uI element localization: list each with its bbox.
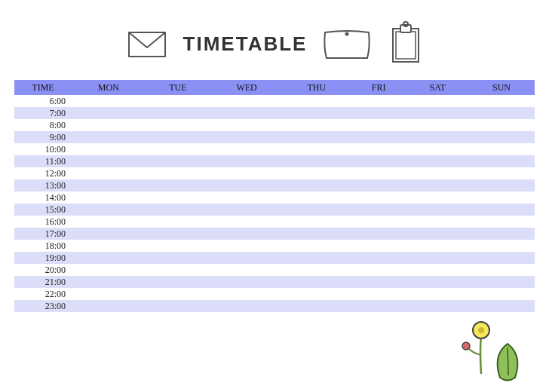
slot-cell: [407, 288, 468, 300]
slot-cell: [407, 131, 468, 143]
slot-cell: [351, 95, 407, 107]
slot-cell: [407, 240, 468, 252]
table-row: 22:00: [14, 288, 535, 300]
slot-cell: [407, 264, 468, 276]
slot-cell: [407, 216, 468, 228]
slot-cell: [351, 240, 407, 252]
slot-cell: [351, 204, 407, 216]
slot-cell: [146, 228, 210, 240]
time-cell: 23:00: [14, 300, 72, 312]
slot-cell: [351, 300, 407, 312]
slot-cell: [468, 155, 535, 167]
slot-cell: [210, 264, 283, 276]
slot-cell: [283, 131, 351, 143]
slot-cell: [283, 179, 351, 191]
slot-cell: [72, 276, 146, 288]
slot-cell: [210, 252, 283, 264]
col-tue: TUE: [146, 80, 210, 95]
table-row: 20:00: [14, 264, 535, 276]
time-cell: 7:00: [14, 107, 72, 119]
slot-cell: [351, 131, 407, 143]
table-row: 15:00: [14, 204, 535, 216]
time-cell: 9:00: [14, 131, 72, 143]
slot-cell: [283, 300, 351, 312]
slot-cell: [351, 167, 407, 179]
slot-cell: [468, 240, 535, 252]
slot-cell: [146, 240, 210, 252]
slot-cell: [468, 179, 535, 191]
slot-cell: [210, 228, 283, 240]
slot-cell: [407, 179, 468, 191]
slot-cell: [407, 300, 468, 312]
slot-cell: [210, 107, 283, 119]
slot-cell: [210, 216, 283, 228]
slot-cell: [283, 276, 351, 288]
table-row: 18:00: [14, 240, 535, 252]
slot-cell: [146, 107, 210, 119]
slot-cell: [468, 216, 535, 228]
slot-cell: [351, 228, 407, 240]
slot-cell: [146, 216, 210, 228]
slot-cell: [407, 155, 468, 167]
slot-cell: [146, 95, 210, 107]
slot-cell: [146, 264, 210, 276]
page-title: TIMETABLE: [183, 32, 308, 56]
time-cell: 18:00: [14, 240, 72, 252]
slot-cell: [407, 107, 468, 119]
table-row: 14:00: [14, 191, 535, 204]
slot-cell: [146, 155, 210, 167]
time-cell: 14:00: [14, 191, 72, 204]
slot-cell: [407, 119, 468, 131]
table-row: 12:00: [14, 167, 535, 179]
slot-cell: [468, 300, 535, 312]
time-cell: 12:00: [14, 167, 72, 179]
svg-point-7: [462, 342, 470, 350]
slot-cell: [283, 107, 351, 119]
slot-cell: [283, 143, 351, 155]
slot-cell: [72, 143, 146, 155]
slot-cell: [407, 228, 468, 240]
slot-cell: [407, 252, 468, 264]
table-row: 10:00: [14, 143, 535, 155]
col-time: TIME: [14, 80, 72, 95]
slot-cell: [72, 155, 146, 167]
slot-cell: [468, 228, 535, 240]
slot-cell: [351, 252, 407, 264]
slot-cell: [210, 143, 283, 155]
slot-cell: [468, 107, 535, 119]
table-row: 7:00: [14, 107, 535, 119]
slot-cell: [210, 204, 283, 216]
slot-cell: [146, 167, 210, 179]
slot-cell: [407, 95, 468, 107]
slot-cell: [283, 155, 351, 167]
slot-cell: [283, 191, 351, 204]
slot-cell: [351, 179, 407, 191]
slot-cell: [72, 300, 146, 312]
slot-cell: [283, 264, 351, 276]
slot-cell: [210, 155, 283, 167]
slot-cell: [72, 204, 146, 216]
table-row: 21:00: [14, 276, 535, 288]
table-row: 19:00: [14, 252, 535, 264]
slot-cell: [72, 191, 146, 204]
col-sun: SUN: [468, 80, 535, 95]
slot-cell: [468, 288, 535, 300]
slot-cell: [351, 155, 407, 167]
slot-cell: [210, 179, 283, 191]
slot-cell: [351, 191, 407, 204]
col-mon: MON: [72, 80, 146, 95]
slot-cell: [468, 119, 535, 131]
time-cell: 6:00: [14, 95, 72, 107]
slot-cell: [210, 95, 283, 107]
slot-cell: [468, 276, 535, 288]
slot-cell: [210, 240, 283, 252]
table-row: 13:00: [14, 179, 535, 191]
slot-cell: [146, 191, 210, 204]
slot-cell: [72, 240, 146, 252]
slot-cell: [351, 276, 407, 288]
slot-cell: [146, 276, 210, 288]
slot-cell: [72, 107, 146, 119]
slot-cell: [468, 264, 535, 276]
slot-cell: [146, 252, 210, 264]
slot-cell: [407, 143, 468, 155]
